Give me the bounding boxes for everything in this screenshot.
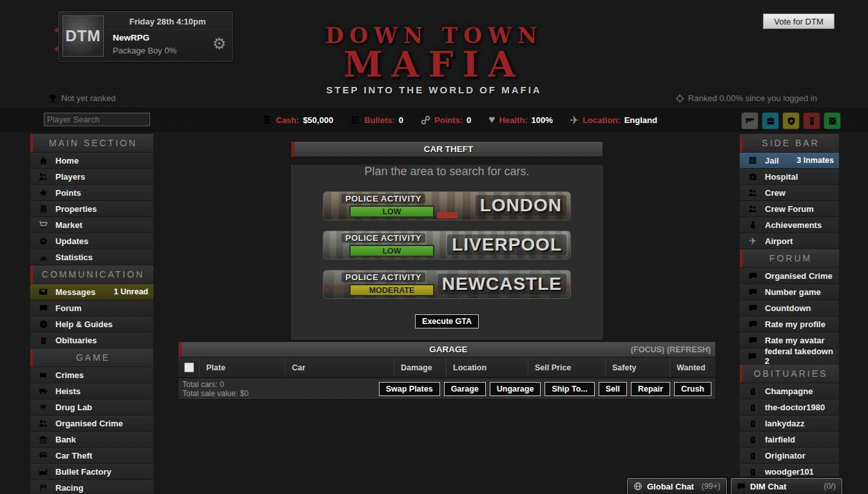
city-option-london[interactable]: POLICE ACTIVITY LOW LONDON — [323, 191, 571, 220]
sidebar-item-properties[interactable]: Properties — [30, 201, 153, 216]
unread-badge: 1 Unread — [114, 287, 149, 296]
col-location: Location — [447, 357, 528, 377]
sidebar-item-heists[interactable]: Heists — [30, 383, 153, 399]
city-name: NEWCASTLE — [438, 274, 566, 294]
sidebar-item-home[interactable]: Home — [30, 153, 153, 168]
stats-bar: Cash: $50,000 Bullets: 0 Points: 0 ♥ Hea… — [262, 112, 657, 128]
garage-title: GARAGE — [429, 345, 467, 354]
sidebar-item-crew-forum[interactable]: Crew Forum — [740, 201, 839, 216]
medbag-icon — [746, 173, 759, 181]
garage-table-header: Plate Car Damage Location Sell Price Saf… — [178, 357, 715, 378]
sidebar-item-drug-lab[interactable]: Drug Lab — [30, 399, 153, 415]
stat-label: Cash: — [276, 115, 299, 125]
tombstone-icon — [746, 451, 759, 460]
select-all-checkbox[interactable] — [184, 363, 194, 372]
col-sell-price: Sell Price — [528, 357, 606, 377]
forum-thread[interactable]: Countdown — [740, 300, 839, 316]
sidebar-item-crimes[interactable]: Crimes — [30, 367, 153, 383]
crush-button[interactable]: Crush — [674, 382, 711, 396]
decor-arrow-icon — [54, 28, 58, 33]
city-option-newcastle[interactable]: POLICE ACTIVITY MODERATE NEWCASTLE — [323, 270, 571, 299]
globe-icon — [633, 482, 642, 491]
chat-count: (99+) — [701, 482, 720, 491]
sidebar-item-achievements[interactable]: Achievements — [740, 217, 839, 233]
vote-for-dtm-button[interactable]: Vote for DTM — [763, 14, 834, 29]
sidebar-item-market[interactable]: Market — [30, 217, 153, 233]
sidebar-item-statistics[interactable]: Statistics — [30, 249, 153, 265]
refresh-link[interactable]: (REFRESH) — [667, 345, 711, 354]
garage-button[interactable]: Garage — [444, 382, 486, 396]
car-theft-body: Plan the area to search for cars. POLICE… — [291, 165, 603, 339]
chat-label: DIM Chat — [750, 482, 786, 491]
sidebar-item-racing[interactable]: Racing — [30, 480, 153, 494]
total-sale-value: Total sale value: $0 — [182, 389, 249, 398]
section-header-side-bar: SIDE BAR — [740, 134, 839, 152]
obituary-item[interactable]: woodger101 — [740, 464, 839, 479]
sidebar-item-bullet-factory[interactable]: Bullet Factory — [30, 464, 153, 479]
magazine-icon[interactable] — [803, 112, 820, 129]
jail-icon — [746, 156, 759, 165]
sidebar-item-car-theft[interactable]: Car Theft — [30, 448, 153, 463]
col-safety: Safety — [606, 357, 670, 377]
rank-note-left: Not yet ranked — [48, 93, 116, 103]
sidebar-item-crew[interactable]: Crew — [740, 185, 839, 200]
gun-icon[interactable] — [741, 112, 758, 129]
sidebar-item-organised-crime[interactable]: Organised Crime — [30, 415, 153, 431]
sidebar-item-jail[interactable]: Jail3 Inmates — [740, 153, 839, 168]
sell-button[interactable]: Sell — [599, 382, 627, 396]
sidebar-item-points[interactable]: Points — [30, 185, 153, 200]
swap-plates-button[interactable]: Swap Plates — [379, 382, 440, 396]
rank-note-right: Ranked 0.00% since you logged in — [675, 93, 817, 103]
sidebar-item-airport[interactable]: ✈Airport — [740, 233, 839, 249]
target-icon — [675, 94, 684, 103]
briefcase-icon[interactable] — [762, 112, 779, 129]
section-header-communication: COMMUNICATION — [30, 265, 153, 283]
cart-icon — [37, 220, 50, 229]
sidebar-item-updates[interactable]: Updates — [30, 233, 153, 249]
gear-icon — [37, 237, 50, 245]
sidebar-item-hospital[interactable]: Hospital — [740, 169, 839, 184]
obituary-item[interactable]: lankydazz — [740, 415, 839, 431]
city-option-liverpool[interactable]: POLICE ACTIVITY LOW LIVERPOOL — [323, 231, 571, 260]
sidebar-item-obituaries[interactable]: Obituaries — [30, 332, 153, 348]
chat-icon — [746, 352, 759, 361]
chat-label: Global Chat — [647, 482, 694, 491]
sidebar-item-forum[interactable]: Forum — [30, 300, 153, 316]
focus-link[interactable]: (FOCUS) — [631, 345, 664, 354]
police-activity-label: POLICE ACTIVITY — [342, 272, 425, 282]
sidebar-item-bank[interactable]: Bank — [30, 432, 153, 447]
forum-thread[interactable]: Organised Crime — [740, 268, 839, 283]
trophy-icon — [48, 94, 57, 103]
sidebar-item-players[interactable]: Players — [30, 169, 153, 184]
execute-gta-button[interactable]: Execute GTA — [415, 314, 479, 328]
rank-note-right-text: Ranked 0.00% since you logged in — [688, 93, 817, 103]
obituary-item[interactable]: fairfield — [740, 432, 839, 447]
police-activity-label: POLICE ACTIVITY — [342, 233, 425, 243]
shield-icon[interactable] — [782, 112, 800, 129]
global-chat-bar[interactable]: Global Chat (99+) — [627, 478, 727, 494]
factory-icon — [37, 467, 50, 476]
obituary-item[interactable]: Originator — [740, 448, 839, 463]
sidebar-item-messages[interactable]: Messages1 Unread — [30, 284, 153, 299]
ship-to-button[interactable]: Ship To... — [545, 382, 594, 396]
forum-thread[interactable]: federal takedown 2 — [740, 348, 839, 364]
repair-button[interactable]: Repair — [631, 382, 670, 396]
rank-note-left-text: Not yet ranked — [61, 93, 116, 103]
stat-value: 0 — [399, 115, 403, 125]
stat-bullets: Bullets: 0 — [351, 115, 403, 125]
sidebar-item-help-guides[interactable]: Help & Guides — [30, 316, 153, 332]
forum-thread[interactable]: Number game — [740, 284, 839, 299]
stat-health: ♥ Health: 100% — [488, 113, 552, 126]
obituary-item[interactable]: Champagne — [740, 383, 839, 399]
obituary-item[interactable]: the-doctor1980 — [740, 399, 839, 415]
forum-thread[interactable]: Rate my profile — [740, 316, 839, 332]
dice-icon[interactable] — [824, 112, 841, 129]
player-search-input[interactable] — [44, 113, 150, 126]
chat-icon — [746, 272, 759, 280]
city-name: LONDON — [476, 195, 566, 216]
dim-chat-bar[interactable]: DIM Chat (0/) — [731, 478, 842, 494]
stat-label: Health: — [499, 115, 527, 125]
settings-gear-icon[interactable]: ⚙ — [212, 36, 226, 52]
forum-thread[interactable]: Rate my avatar — [740, 332, 839, 348]
ungarage-button[interactable]: Ungarage — [490, 382, 541, 396]
